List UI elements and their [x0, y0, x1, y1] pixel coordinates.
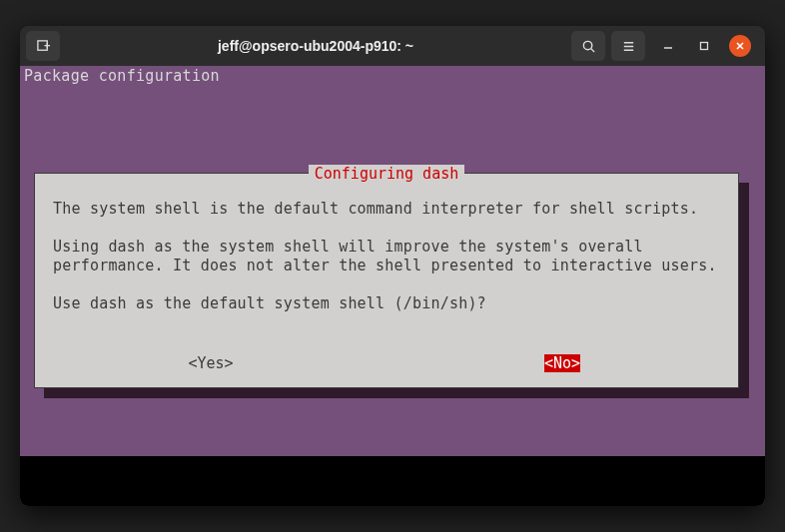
- terminal-bottom-area: [20, 456, 765, 506]
- maximize-icon: [699, 41, 709, 51]
- dialog-title: Configuring dash: [309, 165, 465, 183]
- svg-rect-9: [701, 43, 708, 50]
- dialog-body: The system shell is the default command …: [35, 174, 738, 313]
- menu-button[interactable]: [611, 31, 645, 61]
- close-icon: [735, 41, 745, 51]
- titlebar: jeff@opsero-ubu2004-p910: ~: [20, 26, 765, 66]
- new-tab-button[interactable]: [26, 31, 60, 61]
- minimize-button[interactable]: [657, 35, 679, 57]
- hamburger-icon: [621, 39, 636, 54]
- maximize-button[interactable]: [693, 35, 715, 57]
- search-icon: [581, 39, 596, 54]
- terminal-area[interactable]: Package configuration Configuring dash T…: [20, 66, 765, 506]
- minimize-icon: [663, 41, 673, 51]
- yes-button[interactable]: <Yes>: [35, 354, 387, 373]
- window-title: jeff@opsero-ubu2004-p910: ~: [66, 38, 565, 54]
- dialog-title-row: Configuring dash: [35, 165, 738, 184]
- search-button[interactable]: [571, 31, 605, 61]
- package-config-header: Package configuration: [20, 66, 765, 86]
- svg-line-4: [590, 48, 593, 51]
- terminal-window: jeff@opsero-ubu2004-p910: ~: [20, 26, 765, 506]
- svg-point-3: [583, 41, 591, 49]
- dialog-para2: Using dash as the system shell will impr…: [53, 238, 720, 275]
- new-tab-icon: [36, 39, 51, 54]
- dialog-question: Use dash as the default system shell (/b…: [53, 294, 720, 313]
- debconf-dialog: Configuring dash The system shell is the…: [34, 173, 739, 388]
- close-button[interactable]: [729, 35, 751, 57]
- window-controls: [651, 35, 759, 57]
- no-button[interactable]: <No>: [387, 354, 738, 373]
- dialog-choices: <Yes> <No>: [35, 354, 738, 373]
- dialog-para1: The system shell is the default command …: [53, 200, 720, 219]
